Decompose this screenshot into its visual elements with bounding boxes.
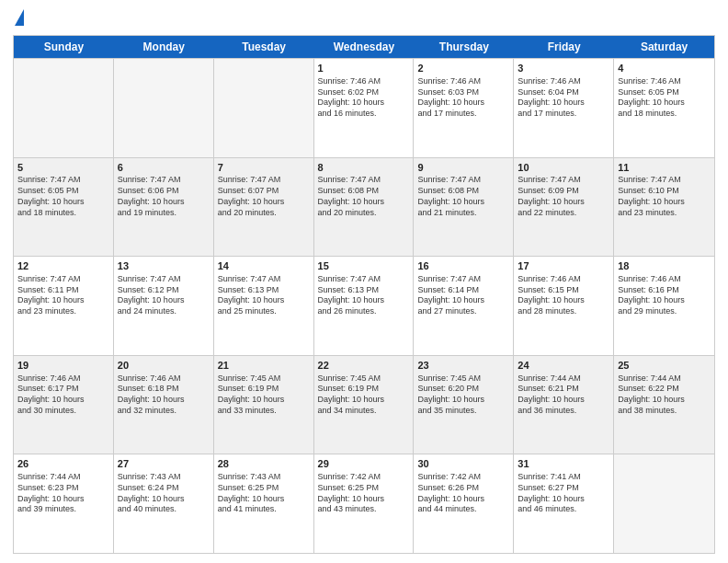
day-number: 26 bbox=[17, 457, 109, 471]
header-day-tuesday: Tuesday bbox=[214, 36, 314, 58]
day-number: 17 bbox=[518, 259, 609, 273]
day-number: 30 bbox=[417, 457, 509, 471]
header-day-sunday: Sunday bbox=[14, 36, 114, 58]
calendar-cell: 20Sunrise: 7:46 AM Sunset: 6:18 PM Dayli… bbox=[114, 356, 214, 454]
calendar-header: SundayMondayTuesdayWednesdayThursdayFrid… bbox=[14, 36, 714, 58]
cell-info: Sunrise: 7:42 AM Sunset: 6:25 PM Dayligh… bbox=[318, 472, 410, 515]
calendar-row-0: 1Sunrise: 7:46 AM Sunset: 6:02 PM Daylig… bbox=[14, 58, 714, 157]
calendar-cell bbox=[114, 59, 214, 157]
cell-info: Sunrise: 7:46 AM Sunset: 6:04 PM Dayligh… bbox=[518, 76, 609, 120]
calendar-cell: 12Sunrise: 7:47 AM Sunset: 6:11 PM Dayli… bbox=[14, 257, 114, 355]
day-number: 1 bbox=[318, 62, 410, 75]
day-number: 2 bbox=[417, 62, 509, 75]
calendar-cell: 26Sunrise: 7:44 AM Sunset: 6:23 PM Dayli… bbox=[14, 454, 114, 553]
calendar-cell: 18Sunrise: 7:46 AM Sunset: 6:16 PM Dayli… bbox=[614, 257, 714, 355]
day-number: 6 bbox=[118, 161, 210, 175]
calendar-cell: 19Sunrise: 7:46 AM Sunset: 6:17 PM Dayli… bbox=[14, 356, 114, 454]
day-number: 3 bbox=[518, 62, 609, 75]
cell-info: Sunrise: 7:42 AM Sunset: 6:26 PM Dayligh… bbox=[417, 472, 509, 515]
cell-info: Sunrise: 7:47 AM Sunset: 6:12 PM Dayligh… bbox=[118, 274, 210, 317]
calendar-cell: 11Sunrise: 7:47 AM Sunset: 6:10 PM Dayli… bbox=[614, 158, 714, 257]
day-number: 10 bbox=[518, 161, 609, 175]
cell-info: Sunrise: 7:47 AM Sunset: 6:10 PM Dayligh… bbox=[618, 175, 711, 218]
calendar-cell: 3Sunrise: 7:46 AM Sunset: 6:04 PM Daylig… bbox=[514, 59, 614, 157]
day-number: 11 bbox=[618, 161, 711, 175]
day-number: 16 bbox=[417, 259, 509, 273]
calendar-cell: 6Sunrise: 7:47 AM Sunset: 6:06 PM Daylig… bbox=[114, 158, 214, 257]
calendar-cell: 28Sunrise: 7:43 AM Sunset: 6:25 PM Dayli… bbox=[214, 454, 314, 553]
logo-triangle-icon bbox=[15, 9, 24, 26]
calendar-row-2: 12Sunrise: 7:47 AM Sunset: 6:11 PM Dayli… bbox=[14, 256, 714, 355]
calendar-cell: 15Sunrise: 7:47 AM Sunset: 6:13 PM Dayli… bbox=[314, 257, 415, 355]
calendar-cell: 1Sunrise: 7:46 AM Sunset: 6:02 PM Daylig… bbox=[314, 59, 415, 157]
calendar-cell: 29Sunrise: 7:42 AM Sunset: 6:25 PM Dayli… bbox=[314, 454, 415, 553]
calendar-cell: 14Sunrise: 7:47 AM Sunset: 6:13 PM Dayli… bbox=[214, 257, 314, 355]
day-number: 28 bbox=[218, 457, 310, 471]
cell-info: Sunrise: 7:43 AM Sunset: 6:24 PM Dayligh… bbox=[118, 472, 210, 515]
cell-info: Sunrise: 7:46 AM Sunset: 6:18 PM Dayligh… bbox=[118, 373, 210, 417]
day-number: 23 bbox=[417, 359, 509, 373]
cell-info: Sunrise: 7:47 AM Sunset: 6:05 PM Dayligh… bbox=[17, 175, 109, 218]
day-number: 12 bbox=[17, 259, 109, 273]
day-number: 27 bbox=[118, 457, 210, 471]
cell-info: Sunrise: 7:47 AM Sunset: 6:06 PM Dayligh… bbox=[118, 175, 210, 218]
cell-info: Sunrise: 7:46 AM Sunset: 6:02 PM Dayligh… bbox=[318, 76, 410, 120]
day-number: 5 bbox=[17, 161, 109, 175]
cell-info: Sunrise: 7:41 AM Sunset: 6:27 PM Dayligh… bbox=[518, 472, 609, 515]
calendar-cell: 27Sunrise: 7:43 AM Sunset: 6:24 PM Dayli… bbox=[114, 454, 214, 553]
calendar-body: 1Sunrise: 7:46 AM Sunset: 6:02 PM Daylig… bbox=[14, 58, 714, 553]
calendar-row-1: 5Sunrise: 7:47 AM Sunset: 6:05 PM Daylig… bbox=[14, 157, 714, 257]
calendar-row-3: 19Sunrise: 7:46 AM Sunset: 6:17 PM Dayli… bbox=[14, 355, 714, 454]
cell-info: Sunrise: 7:46 AM Sunset: 6:05 PM Dayligh… bbox=[618, 76, 711, 120]
calendar: SundayMondayTuesdayWednesdayThursdayFrid… bbox=[13, 35, 715, 554]
calendar-cell: 31Sunrise: 7:41 AM Sunset: 6:27 PM Dayli… bbox=[514, 454, 614, 553]
cell-info: Sunrise: 7:47 AM Sunset: 6:07 PM Dayligh… bbox=[218, 175, 310, 218]
cell-info: Sunrise: 7:45 AM Sunset: 6:19 PM Dayligh… bbox=[318, 373, 410, 417]
day-number: 13 bbox=[118, 259, 210, 273]
day-number: 4 bbox=[618, 62, 711, 75]
cell-info: Sunrise: 7:47 AM Sunset: 6:14 PM Dayligh… bbox=[417, 274, 509, 317]
day-number: 7 bbox=[218, 161, 310, 175]
day-number: 14 bbox=[218, 259, 310, 273]
cell-info: Sunrise: 7:46 AM Sunset: 6:17 PM Dayligh… bbox=[17, 373, 109, 417]
day-number: 22 bbox=[318, 359, 410, 373]
calendar-cell bbox=[214, 59, 314, 157]
cell-info: Sunrise: 7:45 AM Sunset: 6:19 PM Dayligh… bbox=[218, 373, 310, 417]
cell-info: Sunrise: 7:43 AM Sunset: 6:25 PM Dayligh… bbox=[218, 472, 310, 515]
cell-info: Sunrise: 7:44 AM Sunset: 6:21 PM Dayligh… bbox=[518, 373, 609, 417]
calendar-cell: 13Sunrise: 7:47 AM Sunset: 6:12 PM Dayli… bbox=[114, 257, 214, 355]
cell-info: Sunrise: 7:47 AM Sunset: 6:11 PM Dayligh… bbox=[17, 274, 109, 317]
day-number: 21 bbox=[218, 359, 310, 373]
calendar-cell: 4Sunrise: 7:46 AM Sunset: 6:05 PM Daylig… bbox=[614, 59, 714, 157]
page: SundayMondayTuesdayWednesdayThursdayFrid… bbox=[0, 0, 728, 563]
calendar-row-4: 26Sunrise: 7:44 AM Sunset: 6:23 PM Dayli… bbox=[14, 454, 714, 553]
header-day-monday: Monday bbox=[114, 36, 214, 58]
day-number: 25 bbox=[618, 359, 711, 373]
cell-info: Sunrise: 7:47 AM Sunset: 6:09 PM Dayligh… bbox=[518, 175, 609, 218]
cell-info: Sunrise: 7:47 AM Sunset: 6:13 PM Dayligh… bbox=[218, 274, 310, 317]
calendar-cell bbox=[614, 454, 714, 553]
calendar-cell: 30Sunrise: 7:42 AM Sunset: 6:26 PM Dayli… bbox=[414, 454, 514, 553]
header-day-saturday: Saturday bbox=[614, 36, 714, 58]
day-number: 18 bbox=[618, 259, 711, 273]
cell-info: Sunrise: 7:47 AM Sunset: 6:08 PM Dayligh… bbox=[417, 175, 509, 218]
day-number: 29 bbox=[318, 457, 410, 471]
cell-info: Sunrise: 7:46 AM Sunset: 6:16 PM Dayligh… bbox=[618, 274, 711, 317]
day-number: 19 bbox=[17, 359, 109, 373]
cell-info: Sunrise: 7:44 AM Sunset: 6:22 PM Dayligh… bbox=[618, 373, 711, 417]
calendar-cell: 10Sunrise: 7:47 AM Sunset: 6:09 PM Dayli… bbox=[514, 158, 614, 257]
calendar-cell: 5Sunrise: 7:47 AM Sunset: 6:05 PM Daylig… bbox=[14, 158, 114, 257]
calendar-cell: 8Sunrise: 7:47 AM Sunset: 6:08 PM Daylig… bbox=[314, 158, 415, 257]
calendar-cell: 24Sunrise: 7:44 AM Sunset: 6:21 PM Dayli… bbox=[514, 356, 614, 454]
header-day-friday: Friday bbox=[514, 36, 614, 58]
day-number: 15 bbox=[318, 259, 410, 273]
logo bbox=[13, 9, 24, 28]
cell-info: Sunrise: 7:47 AM Sunset: 6:13 PM Dayligh… bbox=[318, 274, 410, 317]
calendar-cell: 17Sunrise: 7:46 AM Sunset: 6:15 PM Dayli… bbox=[514, 257, 614, 355]
day-number: 24 bbox=[518, 359, 609, 373]
header-day-thursday: Thursday bbox=[414, 36, 514, 58]
day-number: 9 bbox=[417, 161, 509, 175]
calendar-cell: 16Sunrise: 7:47 AM Sunset: 6:14 PM Dayli… bbox=[414, 257, 514, 355]
calendar-cell: 25Sunrise: 7:44 AM Sunset: 6:22 PM Dayli… bbox=[614, 356, 714, 454]
calendar-cell: 21Sunrise: 7:45 AM Sunset: 6:19 PM Dayli… bbox=[214, 356, 314, 454]
